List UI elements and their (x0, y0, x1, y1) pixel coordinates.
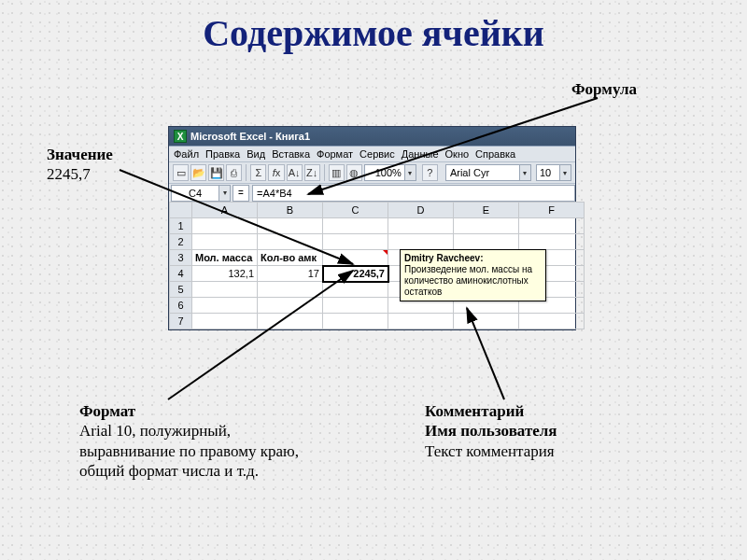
callout-format-label: Формат (79, 401, 299, 421)
cell-e2[interactable] (454, 234, 519, 250)
cell-a6[interactable] (192, 298, 258, 314)
cell-c4[interactable]: 2245,7 (323, 266, 388, 282)
chevron-down-icon[interactable]: ▾ (218, 186, 230, 201)
callout-comment-l3: Текст комментария (425, 441, 557, 461)
cell-d7[interactable] (388, 314, 454, 329)
menu-file[interactable]: Файл (174, 148, 199, 160)
fx-button[interactable]: = (233, 185, 249, 202)
cell-a1[interactable] (192, 218, 258, 234)
toolbar-separator-2 (324, 164, 325, 181)
cell-b1[interactable] (258, 218, 323, 234)
chevron-down-icon[interactable]: ▾ (559, 165, 571, 180)
font-combo[interactable]: Arial Cyr ▾ (445, 164, 531, 181)
cell-c6[interactable] (323, 298, 388, 314)
cell-e1[interactable] (454, 218, 519, 234)
col-header-a[interactable]: A (192, 203, 258, 218)
help-icon[interactable]: ? (422, 164, 438, 181)
cell-b6[interactable] (258, 298, 323, 314)
col-header-f[interactable]: F (519, 203, 585, 218)
formula-bar: C4 ▾ = =A4*B4 (169, 183, 575, 202)
menu-insert[interactable]: Вставка (272, 148, 310, 160)
cell-a2[interactable] (192, 234, 258, 250)
callout-format-l2: Arial 10, полужирный, (79, 421, 299, 441)
row-header-6[interactable]: 6 (170, 298, 192, 314)
name-box[interactable]: C4 ▾ (171, 185, 231, 202)
cell-e7[interactable] (454, 314, 519, 329)
row-header-3[interactable]: 3 (170, 250, 192, 266)
cell-f7[interactable] (519, 314, 585, 329)
cell-b5[interactable] (258, 282, 323, 298)
menu-tools[interactable]: Сервис (359, 148, 395, 160)
map-icon[interactable]: ◍ (346, 164, 362, 181)
cell-b3[interactable]: Кол-во амк (258, 250, 323, 266)
callout-format: Формат Arial 10, полужирный, выравнивани… (79, 401, 299, 481)
comment-indicator-icon (383, 250, 388, 255)
row-header-7[interactable]: 7 (170, 314, 192, 329)
print-icon[interactable]: ⎙ (226, 164, 242, 181)
cell-a5[interactable] (192, 282, 258, 298)
callout-format-l4: общий формат числа и т.д. (79, 461, 299, 481)
cell-f1[interactable] (519, 218, 585, 234)
row-header-2[interactable]: 2 (170, 234, 192, 250)
open-file-icon[interactable]: 📂 (190, 164, 206, 181)
chevron-down-icon[interactable]: ▾ (519, 165, 530, 180)
fx-icon[interactable]: fx (268, 164, 284, 181)
new-file-icon[interactable]: ▭ (173, 164, 189, 181)
row-header-4[interactable]: 4 (170, 266, 192, 282)
callout-value-label: Значение (47, 145, 113, 164)
save-icon[interactable]: 💾 (208, 164, 224, 181)
formula-input[interactable]: =A4*B4 (252, 185, 575, 202)
sum-icon[interactable]: Σ (250, 164, 266, 181)
comment-body: Произведение мол. массы на количество ам… (404, 264, 542, 298)
sort-desc-icon[interactable]: Z↓ (304, 164, 320, 181)
toolbar-separator (246, 164, 247, 181)
menu-help[interactable]: Справка (475, 148, 515, 160)
comment-user: Dmitry Ravcheev: (404, 253, 542, 264)
slide-title: Содержимое ячейки (0, 11, 747, 55)
cell-b4[interactable]: 17 (258, 266, 323, 282)
menu-window[interactable]: Окно (445, 148, 470, 160)
row-header-5[interactable]: 5 (170, 282, 192, 298)
cell-b2[interactable] (258, 234, 323, 250)
menu-data[interactable]: Данные (402, 148, 439, 160)
chart-icon[interactable]: ▥ (329, 164, 345, 181)
excel-toolbar: ▭ 📂 💾 ⎙ Σ fx A↓ Z↓ ▥ ◍ 100% ▾ ? Arial Cy… (169, 161, 575, 183)
callout-comment-l2: Имя пользователя (425, 421, 557, 441)
callout-comment: Комментарий Имя пользователя Текст комме… (425, 401, 557, 461)
excel-window-title: Microsoft Excel - Книга1 (190, 131, 310, 142)
cell-b7[interactable] (258, 314, 323, 329)
cell-c3[interactable] (323, 250, 388, 266)
sort-asc-icon[interactable]: A↓ (287, 164, 303, 181)
cell-f2[interactable] (519, 234, 585, 250)
chevron-down-icon[interactable]: ▾ (404, 165, 416, 180)
callout-formula-label: Формула (571, 80, 637, 98)
font-size[interactable]: 10 (537, 165, 559, 180)
menu-view[interactable]: Вид (247, 148, 265, 160)
cell-a7[interactable] (192, 314, 258, 329)
excel-grid[interactable]: A B C D E F 1 2 3Мол. массаКол-во амк 41… (169, 202, 575, 329)
col-header-e[interactable]: E (454, 203, 519, 218)
cell-c7[interactable] (323, 314, 388, 329)
excel-titlebar: X Microsoft Excel - Книга1 (169, 127, 575, 146)
col-header-b[interactable]: B (258, 203, 323, 218)
name-box-value: C4 (172, 188, 218, 199)
cell-c1[interactable] (323, 218, 388, 234)
font-size-combo[interactable]: 10 ▾ (536, 164, 571, 181)
font-name[interactable]: Arial Cyr (446, 165, 519, 180)
select-all-corner[interactable] (170, 203, 192, 218)
row-header-1[interactable]: 1 (170, 218, 192, 234)
cell-d2[interactable] (388, 234, 454, 250)
cell-a4[interactable]: 132,1 (192, 266, 258, 282)
col-header-c[interactable]: C (323, 203, 388, 218)
cell-c2[interactable] (323, 234, 388, 250)
menu-format[interactable]: Формат (317, 148, 353, 160)
col-header-d[interactable]: D (388, 203, 454, 218)
excel-menubar[interactable]: Файл Правка Вид Вставка Формат Сервис Да… (169, 146, 575, 161)
callout-formula: Формула (571, 79, 637, 99)
cell-a3[interactable]: Мол. масса (192, 250, 258, 266)
menu-edit[interactable]: Правка (205, 148, 240, 160)
zoom-combo[interactable]: 100% ▾ (364, 164, 416, 181)
cell-d1[interactable] (388, 218, 454, 234)
cell-c5[interactable] (323, 282, 388, 298)
zoom-value[interactable]: 100% (365, 165, 404, 180)
